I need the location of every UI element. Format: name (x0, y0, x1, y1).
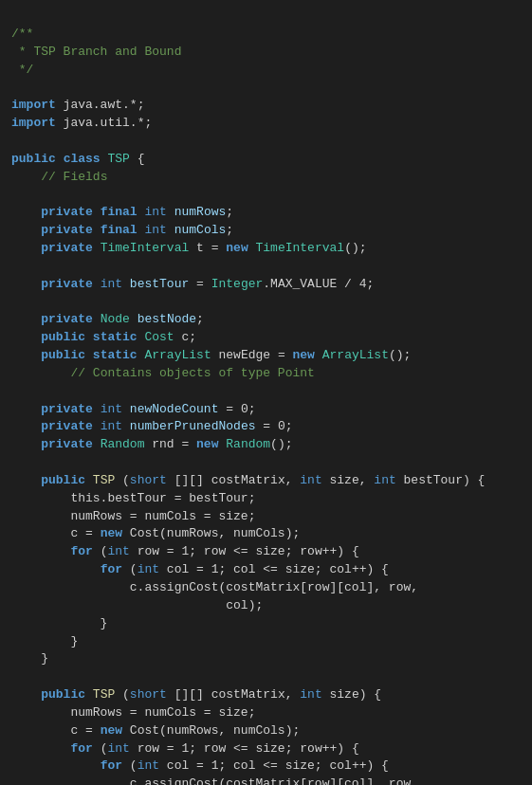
integer-class: Integer (211, 277, 264, 291)
newNodeCount-var: newNodeCount (130, 402, 219, 416)
numCols-var: numCols (174, 223, 227, 237)
int-type-12: int (138, 758, 159, 773)
import-keyword-1: import (11, 98, 56, 112)
numRows-var: numRows (174, 205, 227, 219)
short-type-2: short (130, 687, 167, 702)
final-keyword-2: final (101, 223, 138, 237)
public-keyword-4: public (41, 473, 85, 487)
bestNode-var: bestNode (138, 312, 196, 326)
random-class: Random (101, 437, 145, 451)
for-keyword-2: for (101, 562, 122, 576)
int-type-2: int (144, 223, 166, 237)
comment-line-2: * TSP Branch and Bound (11, 45, 181, 59)
class-keyword: class (64, 152, 101, 166)
int-type-10: int (300, 687, 321, 702)
comment-line-1: /** (11, 27, 33, 41)
int-type-3: int (101, 277, 122, 291)
final-keyword-1: final (101, 205, 138, 219)
int-type-11: int (107, 741, 129, 756)
public-keyword-3: public (41, 348, 85, 362)
arraylist-new: ArrayList (322, 348, 389, 362)
arraylist-class: ArrayList (144, 348, 211, 362)
for-keyword-4: for (101, 758, 122, 773)
static-keyword-2: static (93, 348, 138, 362)
code-block: /** * TSP Branch and Bound */ import jav… (0, 0, 532, 785)
int-type-1: int (144, 205, 166, 219)
random-new: Random (226, 437, 270, 451)
new-keyword-2: new (293, 348, 315, 362)
private-keyword-3: private (41, 241, 93, 255)
numberPrunedNodes-var: numberPrunedNodes (130, 419, 256, 433)
constructor1-method: TSP (93, 473, 115, 487)
bestTour-var: bestTour (130, 277, 189, 291)
new-keyword-4: new (101, 526, 122, 540)
contains-comment: // Contains objects of type Point (70, 366, 314, 380)
public-keyword-1: public (11, 152, 56, 166)
int-type-8: int (107, 544, 129, 558)
int-type-4: int (101, 402, 122, 416)
private-keyword-7: private (41, 419, 93, 433)
int-type-6: int (300, 473, 321, 487)
new-keyword-5: new (101, 723, 122, 738)
private-keyword-6: private (41, 402, 93, 416)
import-keyword-2: import (11, 116, 56, 130)
public-keyword-2: public (41, 330, 85, 344)
for-keyword-3: for (70, 741, 92, 756)
int-type-7: int (374, 473, 395, 487)
static-keyword-1: static (93, 330, 138, 344)
fields-comment: // Fields (41, 170, 107, 184)
comment-line-3: */ (11, 63, 33, 77)
class-name: TSP (107, 152, 129, 166)
public-keyword-5: public (41, 687, 85, 702)
new-keyword-1: new (226, 241, 248, 255)
for-keyword-1: for (70, 544, 92, 558)
cost-class: Cost (144, 330, 174, 344)
private-keyword-5: private (41, 312, 93, 326)
private-keyword-8: private (41, 437, 93, 451)
new-keyword-3: new (196, 437, 218, 451)
int-type-9: int (138, 562, 159, 576)
short-type-1: short (130, 473, 167, 487)
timeinterval-new: TimeInterval (256, 241, 345, 255)
private-keyword-4: private (41, 277, 93, 291)
private-keyword-1: private (41, 205, 93, 219)
node-class: Node (101, 312, 130, 326)
int-type-5: int (101, 419, 122, 433)
constructor2-method: TSP (93, 687, 115, 702)
timeinterval-class: TimeInterval (101, 241, 190, 255)
private-keyword-2: private (41, 223, 93, 237)
